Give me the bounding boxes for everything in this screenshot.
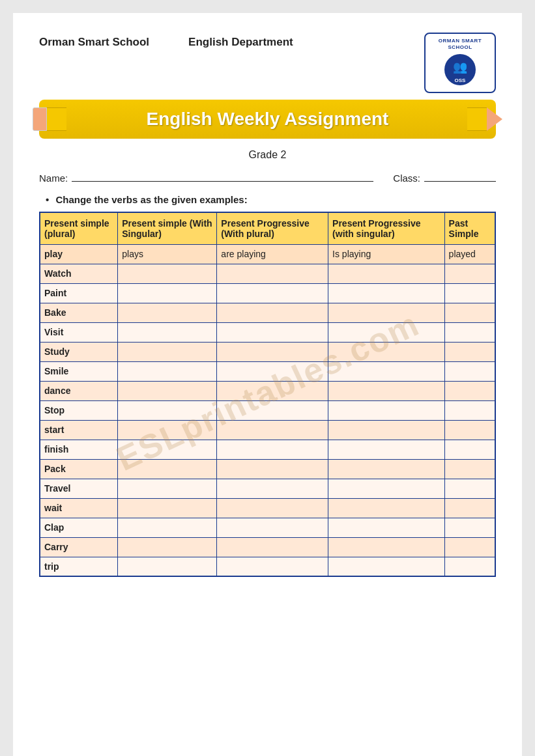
empty-cell[interactable] bbox=[217, 557, 328, 576]
example-col2: plays bbox=[118, 244, 217, 264]
name-class-row: Name: Class: bbox=[39, 170, 496, 184]
table-row: trip bbox=[40, 557, 495, 576]
empty-cell[interactable] bbox=[444, 557, 495, 576]
example-verb: play bbox=[40, 244, 118, 264]
empty-cell[interactable] bbox=[444, 264, 495, 283]
table-row: Carry bbox=[40, 537, 495, 557]
table-row: dance bbox=[40, 381, 495, 400]
empty-cell[interactable] bbox=[444, 420, 495, 440]
empty-cell[interactable] bbox=[444, 283, 495, 303]
empty-cell[interactable] bbox=[217, 322, 328, 342]
empty-cell[interactable] bbox=[328, 537, 445, 557]
empty-cell[interactable] bbox=[217, 361, 328, 381]
empty-cell[interactable] bbox=[118, 537, 217, 557]
logo-abbr: OSS bbox=[455, 77, 466, 83]
verbs-table: Present simple (plural) Present simple (… bbox=[39, 212, 496, 578]
empty-cell[interactable] bbox=[328, 303, 445, 322]
table-header-row: Present simple (plural) Present simple (… bbox=[40, 212, 495, 245]
empty-cell[interactable] bbox=[328, 322, 445, 342]
empty-cell[interactable] bbox=[328, 498, 445, 518]
empty-cell[interactable] bbox=[118, 264, 217, 283]
empty-cell[interactable] bbox=[444, 518, 495, 537]
verb-cell: trip bbox=[40, 557, 118, 576]
table-row: Watch bbox=[40, 264, 495, 283]
empty-cell[interactable] bbox=[118, 557, 217, 576]
empty-cell[interactable] bbox=[118, 479, 217, 498]
empty-cell[interactable] bbox=[217, 264, 328, 283]
empty-cell[interactable] bbox=[118, 440, 217, 459]
verb-cell: dance bbox=[40, 381, 118, 400]
empty-cell[interactable] bbox=[328, 479, 445, 498]
col-header-2: Present simple (With Singular) bbox=[118, 212, 217, 245]
empty-cell[interactable] bbox=[118, 322, 217, 342]
empty-cell[interactable] bbox=[217, 440, 328, 459]
empty-cell[interactable] bbox=[217, 342, 328, 361]
table-row: Pack bbox=[40, 459, 495, 479]
empty-cell[interactable] bbox=[217, 400, 328, 420]
empty-cell[interactable] bbox=[118, 498, 217, 518]
empty-cell[interactable] bbox=[328, 342, 445, 361]
empty-cell[interactable] bbox=[118, 342, 217, 361]
name-field: Name: bbox=[39, 170, 373, 184]
empty-cell[interactable] bbox=[217, 537, 328, 557]
col-header-4: Present Progressive (with singular) bbox=[328, 212, 445, 245]
empty-cell[interactable] bbox=[217, 479, 328, 498]
table-row: Visit bbox=[40, 322, 495, 342]
col-header-5: Past Simple bbox=[444, 212, 495, 245]
table-row: Study bbox=[40, 342, 495, 361]
name-input-line[interactable] bbox=[72, 170, 373, 182]
empty-cell[interactable] bbox=[444, 322, 495, 342]
empty-cell[interactable] bbox=[217, 498, 328, 518]
verb-cell: Visit bbox=[40, 322, 118, 342]
table-row: wait bbox=[40, 498, 495, 518]
empty-cell[interactable] bbox=[328, 459, 445, 479]
pencil-eraser bbox=[33, 107, 47, 131]
empty-cell[interactable] bbox=[118, 400, 217, 420]
table-row: finish bbox=[40, 440, 495, 459]
empty-cell[interactable] bbox=[444, 498, 495, 518]
empty-cell[interactable] bbox=[328, 557, 445, 576]
pencil-body-left bbox=[47, 107, 66, 131]
empty-cell[interactable] bbox=[217, 518, 328, 537]
empty-cell[interactable] bbox=[328, 283, 445, 303]
verb-cell: wait bbox=[40, 498, 118, 518]
empty-cell[interactable] bbox=[217, 303, 328, 322]
empty-cell[interactable] bbox=[118, 361, 217, 381]
pencil-left-icon bbox=[33, 107, 66, 131]
verb-cell: Travel bbox=[40, 479, 118, 498]
empty-cell[interactable] bbox=[444, 459, 495, 479]
empty-cell[interactable] bbox=[328, 264, 445, 283]
empty-cell[interactable] bbox=[217, 381, 328, 400]
empty-cell[interactable] bbox=[328, 420, 445, 440]
empty-cell[interactable] bbox=[444, 361, 495, 381]
empty-cell[interactable] bbox=[444, 342, 495, 361]
empty-cell[interactable] bbox=[444, 440, 495, 459]
empty-cell[interactable] bbox=[217, 283, 328, 303]
empty-cell[interactable] bbox=[118, 420, 217, 440]
empty-cell[interactable] bbox=[217, 459, 328, 479]
empty-cell[interactable] bbox=[328, 381, 445, 400]
empty-cell[interactable] bbox=[328, 400, 445, 420]
logo-box: ORMAN SMART SCHOOL 👥 OSS bbox=[424, 33, 496, 93]
empty-cell[interactable] bbox=[118, 283, 217, 303]
empty-cell[interactable] bbox=[118, 381, 217, 400]
empty-cell[interactable] bbox=[444, 537, 495, 557]
instruction: • Change the verbs as the given examples… bbox=[39, 194, 496, 205]
empty-cell[interactable] bbox=[328, 361, 445, 381]
empty-cell[interactable] bbox=[444, 479, 495, 498]
empty-cell[interactable] bbox=[328, 440, 445, 459]
empty-cell[interactable] bbox=[444, 400, 495, 420]
empty-cell[interactable] bbox=[118, 303, 217, 322]
header: Orman Smart School English Department OR… bbox=[39, 33, 496, 93]
empty-cell[interactable] bbox=[328, 518, 445, 537]
empty-cell[interactable] bbox=[217, 420, 328, 440]
empty-cell[interactable] bbox=[444, 381, 495, 400]
verb-cell: Pack bbox=[40, 459, 118, 479]
banner: English Weekly Assignment bbox=[39, 100, 496, 139]
logo-title: ORMAN SMART SCHOOL bbox=[432, 38, 488, 51]
empty-cell[interactable] bbox=[444, 303, 495, 322]
empty-cell[interactable] bbox=[118, 518, 217, 537]
page: ESLprintables.com Orman Smart School Eng… bbox=[13, 13, 522, 756]
empty-cell[interactable] bbox=[118, 459, 217, 479]
class-input-line[interactable] bbox=[424, 170, 496, 182]
